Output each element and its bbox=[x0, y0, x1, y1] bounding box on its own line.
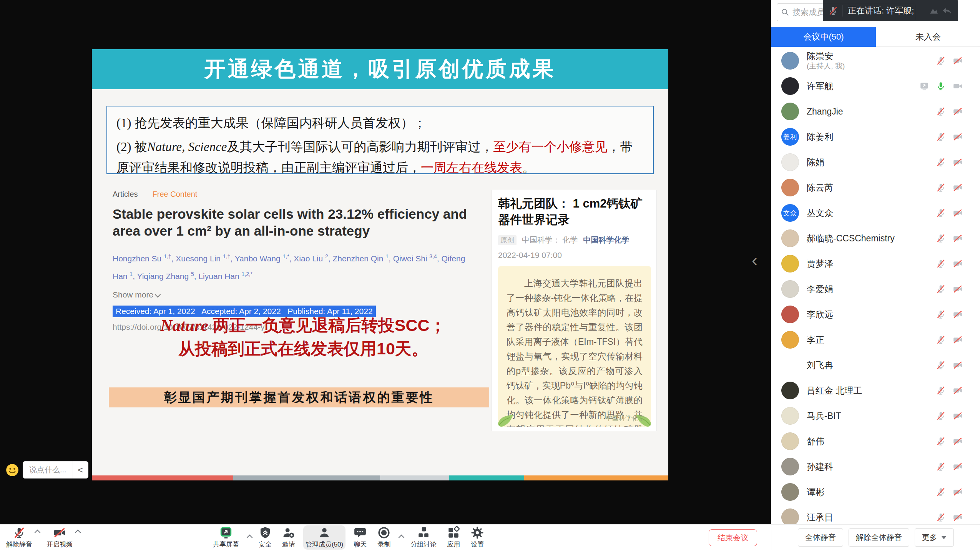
mic-muted-icon bbox=[936, 335, 946, 345]
participant-status-icons bbox=[919, 81, 963, 91]
participant-row[interactable]: 汪承日 bbox=[771, 505, 980, 524]
audio-options-chevron[interactable] bbox=[35, 530, 41, 536]
avatar-initials: 姜利 bbox=[783, 133, 797, 141]
active-speaker-tooltip: 正在讲话: 许军舰; bbox=[823, 0, 958, 21]
participant-row[interactable]: 陈云芮 bbox=[771, 175, 980, 200]
camera-on-icon bbox=[952, 81, 963, 91]
participant-name: 贾梦泽 bbox=[807, 259, 833, 269]
mute-all-button[interactable]: 全体静音 bbox=[798, 528, 843, 547]
share-screen-icon bbox=[219, 526, 233, 539]
avatar bbox=[781, 255, 799, 273]
participant-status-icons bbox=[936, 233, 963, 243]
participant-row[interactable]: 姜利 陈姜利 bbox=[771, 124, 980, 150]
camera-muted-icon bbox=[952, 360, 963, 370]
mic-muted-icon bbox=[936, 208, 946, 218]
more-button[interactable]: 更多 bbox=[915, 528, 954, 547]
video-options-chevron[interactable] bbox=[75, 530, 81, 536]
avatar bbox=[781, 331, 799, 349]
share-options-chevron[interactable] bbox=[247, 535, 253, 541]
end-meeting-button[interactable]: 结束会议 bbox=[709, 529, 757, 546]
participant-status-icons bbox=[936, 436, 963, 446]
participant-name: 郝临晓-CCSChemistry bbox=[807, 233, 895, 244]
mic-muted-icon bbox=[936, 259, 946, 269]
meeting-app-window: 开通绿色通道，吸引原创优质成果 (1) 抢先发表的重大成果（保障国内科研人员首发… bbox=[0, 0, 980, 550]
participant-name: ZhangJie bbox=[807, 106, 843, 117]
participant-row[interactable]: 李爱娟 bbox=[771, 276, 980, 302]
slide-bottom-stripes bbox=[92, 475, 668, 480]
participant-status-icons bbox=[936, 360, 963, 370]
wechat-publish-date: 2022-04-19 07:00 bbox=[498, 251, 650, 260]
security-button[interactable]: 安全 bbox=[256, 525, 274, 550]
chat-button[interactable]: 聊天 bbox=[351, 525, 369, 550]
mic-muted-icon bbox=[828, 6, 838, 16]
article-category: Articles bbox=[113, 190, 138, 198]
record-button[interactable]: 录制 bbox=[375, 525, 393, 550]
emoji-reaction-icon[interactable] bbox=[5, 463, 20, 477]
participant-row[interactable]: ZhangJie bbox=[771, 99, 980, 124]
breakout-rooms-button[interactable]: 分组讨论 bbox=[408, 525, 439, 550]
participant-list[interactable]: 陈崇安 (主持人, 我) 许军舰 ZhangJie bbox=[771, 48, 980, 524]
sharing-screen-icon bbox=[919, 81, 930, 91]
participant-name: 李爱娟 bbox=[807, 284, 833, 294]
unmute-all-button[interactable]: 解除全体静音 bbox=[849, 528, 909, 547]
camera-muted-icon bbox=[952, 309, 963, 319]
participant-row[interactable]: 郝临晓-CCSChemistry bbox=[771, 226, 980, 251]
settings-button[interactable]: 设置 bbox=[468, 525, 487, 550]
article-free-content-label: Free Content bbox=[153, 190, 198, 198]
sidebar-collapse-chevron[interactable]: ‹ bbox=[752, 252, 757, 269]
participant-row[interactable]: 马兵-BIT bbox=[771, 403, 980, 429]
avatar bbox=[781, 306, 799, 323]
participant-status-icons bbox=[936, 56, 963, 66]
participant-name: 马兵-BIT bbox=[807, 411, 841, 421]
chat-bubble-icon bbox=[353, 526, 367, 539]
avatar: 姜利 bbox=[781, 128, 799, 146]
participant-row[interactable]: 谭彬 bbox=[771, 479, 980, 505]
start-video-button[interactable]: 开启视频 bbox=[44, 525, 75, 550]
participant-status-icons bbox=[936, 309, 963, 319]
unmute-button[interactable]: 解除静音 bbox=[4, 525, 35, 550]
avatar bbox=[781, 356, 799, 374]
participant-name: 许军舰 bbox=[807, 81, 833, 91]
invite-button[interactable]: 邀请 bbox=[279, 525, 298, 550]
manage-members-button[interactable]: 管理成员(50) bbox=[303, 525, 345, 550]
participant-name: 陈崇安 bbox=[807, 51, 845, 61]
participants-tabs: 会议中(50) 未入会 bbox=[771, 27, 980, 47]
stripe-segment bbox=[233, 475, 380, 480]
participant-row[interactable]: 文众 丛文众 bbox=[771, 200, 980, 226]
participant-row[interactable]: 刘飞冉 bbox=[771, 352, 980, 378]
mic-muted-icon bbox=[936, 157, 946, 167]
record-options-chevron[interactable] bbox=[399, 535, 405, 541]
participant-row[interactable]: 吕红金 北理工 bbox=[771, 378, 980, 403]
participant-row[interactable]: 孙建科 bbox=[771, 454, 980, 479]
participant-row[interactable]: 李欣远 bbox=[771, 302, 980, 327]
wechat-account-link[interactable]: 中国科学化学 bbox=[583, 235, 630, 245]
stripe-segment bbox=[449, 475, 524, 480]
avatar bbox=[781, 382, 799, 399]
participant-row[interactable]: 陈娟 bbox=[771, 150, 980, 175]
red-note-line-1: Nature 两正一负意见退稿后转投SCC； bbox=[130, 314, 476, 337]
mic-muted-icon bbox=[936, 106, 946, 116]
participant-status-icons bbox=[936, 385, 963, 395]
participant-row[interactable]: 陈崇安 (主持人, 我) bbox=[771, 48, 980, 73]
avatar bbox=[781, 508, 799, 524]
participant-status-icons bbox=[936, 335, 963, 345]
article-title: Stable perovskite solar cells with 23.12… bbox=[113, 206, 482, 239]
avatar bbox=[781, 483, 799, 501]
shield-icon bbox=[259, 526, 272, 539]
participant-row[interactable]: 舒伟 bbox=[771, 429, 980, 454]
chat-bar-collapse-button[interactable]: < bbox=[73, 461, 88, 479]
camera-muted-icon bbox=[952, 335, 963, 345]
apps-button[interactable]: 应用 bbox=[444, 525, 463, 550]
participant-name: 陈云芮 bbox=[807, 183, 833, 193]
wechat-source: 中国科学： 化学 bbox=[522, 235, 578, 245]
tab-not-joined[interactable]: 未入会 bbox=[876, 27, 980, 47]
show-more-link[interactable]: Show more bbox=[113, 290, 491, 299]
camera-muted-icon bbox=[952, 385, 963, 395]
wechat-article-screenshot: 韩礼元团队： 1 cm2钙钛矿器件世界记录 原创 中国科学： 化学 中国科学化学… bbox=[492, 190, 657, 431]
tab-in-meeting[interactable]: 会议中(50) bbox=[771, 27, 876, 47]
participant-row[interactable]: 许军舰 bbox=[771, 73, 980, 99]
participant-row[interactable]: 贾梦泽 bbox=[771, 251, 980, 276]
participant-row[interactable]: 李正 bbox=[771, 327, 980, 352]
quick-chat-input[interactable]: 说点什么... bbox=[23, 461, 73, 479]
share-screen-button[interactable]: 共享屏幕 bbox=[211, 525, 241, 550]
